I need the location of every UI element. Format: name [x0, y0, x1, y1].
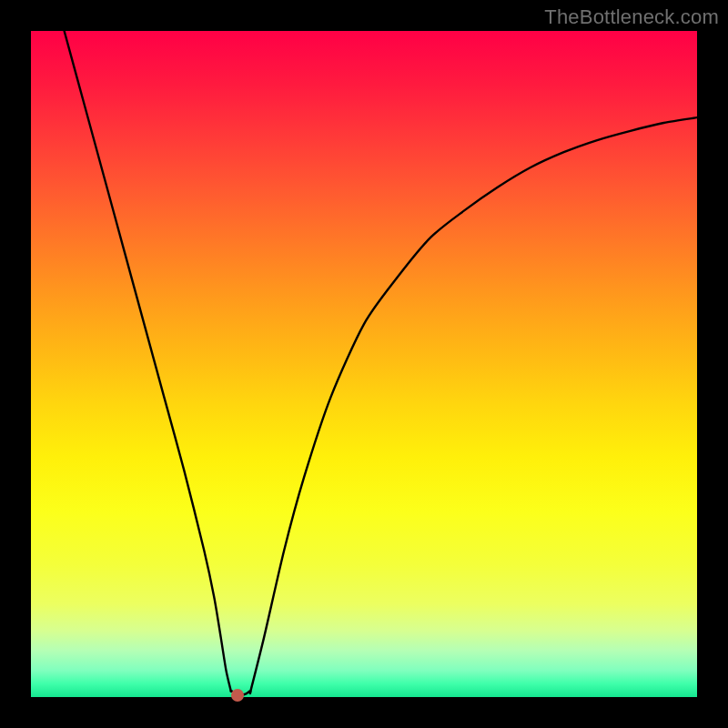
optimal-point-marker — [231, 689, 244, 702]
bottleneck-curve — [31, 31, 697, 697]
chart-frame: TheBottleneck.com — [0, 0, 728, 728]
plot-area — [31, 31, 697, 697]
watermark-text: TheBottleneck.com — [544, 5, 719, 29]
